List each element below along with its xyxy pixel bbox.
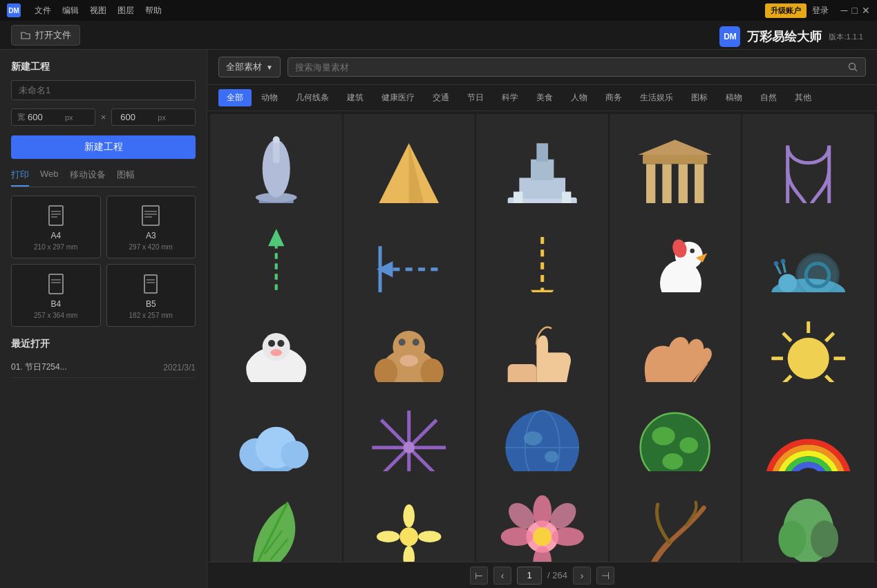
asset-cell-24[interactable]	[742, 471, 874, 562]
new-project-title: 新建工程	[11, 61, 196, 73]
recent-item-0[interactable]: 01. 节日7254... 2021/3/1	[11, 357, 196, 378]
svg-point-66	[262, 333, 290, 361]
menu-view[interactable]: 视图	[90, 5, 106, 17]
svg-point-98	[281, 441, 308, 468]
category-button-1[interactable]: 动物	[253, 89, 286, 106]
source-label: 全部素材	[226, 61, 262, 73]
page-last-button[interactable]: ⊣	[596, 567, 614, 585]
asset-cell-20[interactable]	[210, 471, 342, 562]
app-logo-small: DM	[7, 3, 21, 17]
template-b5-name: B5	[146, 299, 156, 309]
template-b4-size: 257 x 364 mm	[34, 312, 77, 319]
category-button-3[interactable]: 建筑	[339, 89, 372, 106]
svg-point-78	[400, 355, 419, 367]
page-first-button[interactable]: ⊢	[470, 567, 488, 585]
asset-cell-23[interactable]	[610, 471, 742, 562]
category-button-9[interactable]: 人物	[563, 89, 596, 106]
template-a3[interactable]: A3 297 x 420 mm	[106, 196, 196, 258]
asset-cell-21[interactable]	[343, 471, 475, 562]
category-button-15[interactable]: 其他	[786, 89, 820, 106]
svg-point-86	[788, 338, 829, 379]
create-project-button[interactable]: 新建工程	[11, 135, 196, 159]
svg-point-132	[533, 528, 551, 547]
svg-line-93	[826, 333, 834, 341]
template-b5-size: 182 x 257 mm	[129, 312, 173, 319]
menu-help[interactable]: 帮助	[145, 5, 162, 17]
source-dropdown[interactable]: 全部素材 ▼	[218, 57, 281, 77]
tab-format[interactable]: 图幅	[117, 169, 135, 187]
maximize-button[interactable]: □	[852, 5, 858, 16]
category-button-5[interactable]: 交通	[424, 89, 458, 106]
category-button-4[interactable]: 健康医疗	[373, 89, 423, 106]
template-a3-size: 297 x 420 mm	[129, 243, 173, 251]
category-button-0[interactable]: 全部	[218, 89, 252, 106]
menu-layer[interactable]: 图层	[117, 5, 134, 17]
svg-line-15	[855, 69, 858, 72]
category-button-11[interactable]: 生活娱乐	[632, 89, 681, 106]
tab-print[interactable]: 打印	[11, 169, 29, 187]
svg-rect-0	[49, 206, 63, 225]
page-next-button[interactable]: ›	[573, 567, 591, 585]
svg-rect-11	[144, 275, 157, 293]
search-icon	[847, 61, 858, 73]
svg-point-64	[246, 356, 269, 379]
category-button-10[interactable]: 商务	[597, 89, 630, 106]
svg-line-91	[783, 333, 791, 341]
recent-name-0: 01. 节日7254...	[11, 361, 67, 373]
template-b4[interactable]: B4 257 x 364 mm	[11, 264, 101, 327]
height-input[interactable]	[120, 112, 155, 122]
open-file-button[interactable]: 打开文件	[11, 25, 80, 46]
category-button-8[interactable]: 美食	[528, 89, 561, 106]
app-header: DM 万彩易绘大师 版本:1.1.1	[719, 26, 863, 47]
svg-point-103	[404, 442, 415, 454]
titlebar-left: DM 文件 编辑 视图 图层 帮助	[7, 3, 162, 17]
svg-point-65	[283, 356, 305, 379]
category-button-14[interactable]: 自然	[752, 89, 785, 106]
minimize-button[interactable]: ─	[841, 5, 848, 16]
app-logo: DM	[719, 26, 740, 47]
toolbar: 打开文件 DM 万彩易绘大师 版本:1.1.1	[0, 21, 877, 50]
category-button-6[interactable]: 节日	[459, 89, 492, 106]
tab-web[interactable]: Web	[40, 169, 59, 187]
page-number-input[interactable]	[517, 567, 542, 585]
category-button-2[interactable]: 几何线条	[287, 89, 337, 106]
search-input[interactable]	[295, 62, 843, 73]
close-button[interactable]: ✕	[862, 5, 870, 16]
menu-file[interactable]: 文件	[35, 5, 51, 17]
page-prev-button[interactable]: ‹	[493, 567, 511, 585]
template-a4[interactable]: A4 210 x 297 mm	[11, 196, 101, 258]
titlebar: DM 文件 编辑 视图 图层 帮助 升级账户 登录 ─ □ ✕	[0, 0, 877, 21]
svg-point-111	[680, 437, 699, 453]
svg-point-124	[418, 531, 441, 543]
svg-point-79	[399, 339, 406, 345]
svg-rect-8	[49, 274, 63, 294]
search-input-wrap	[287, 57, 866, 77]
app-title: 万彩易绘大师	[747, 28, 822, 45]
svg-marker-41	[268, 229, 284, 246]
category-button-12[interactable]: 图标	[683, 89, 716, 106]
width-unit: px	[65, 113, 73, 122]
asset-cell-22[interactable]	[476, 471, 608, 562]
project-name-input[interactable]	[11, 80, 196, 100]
window-controls: ─ □ ✕	[841, 5, 870, 16]
template-a3-icon	[138, 203, 163, 228]
login-button[interactable]: 登录	[812, 5, 829, 17]
dropdown-arrow-icon: ▼	[266, 64, 273, 71]
category-button-7[interactable]: 科学	[493, 89, 527, 106]
svg-point-14	[849, 64, 856, 70]
svg-line-59	[776, 265, 781, 274]
template-b5-icon	[138, 272, 163, 296]
category-button-13[interactable]: 稿物	[717, 89, 751, 106]
menu-bar: 文件 编辑 视图 图层 帮助	[35, 5, 162, 17]
svg-point-69	[270, 349, 282, 356]
recent-date-0: 2021/3/1	[163, 363, 196, 372]
size-row: 宽 px × px	[11, 108, 196, 126]
menu-edit[interactable]: 编辑	[62, 5, 79, 17]
tab-mobile[interactable]: 移动设备	[70, 169, 106, 187]
template-b5[interactable]: B5 182 x 257 mm	[106, 264, 196, 327]
category-bar: 全部动物几何线条建筑健康医疗交通节日科学美食人物商务生活娱乐图标稿物自然其他	[207, 85, 877, 111]
upgrade-button[interactable]: 升级账户	[765, 3, 807, 18]
svg-point-120	[400, 528, 419, 547]
svg-point-58	[778, 274, 797, 292]
width-input[interactable]	[28, 112, 62, 122]
